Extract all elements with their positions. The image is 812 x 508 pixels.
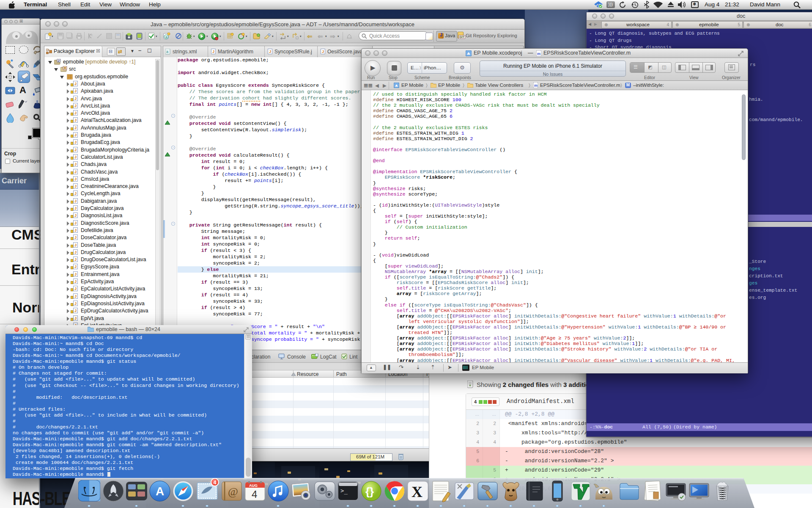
svg-text:c: c xyxy=(91,33,93,37)
svg-text:AUG: AUG xyxy=(249,483,258,488)
svg-text:{}: {} xyxy=(365,485,374,498)
svg-text:a: a xyxy=(165,35,167,39)
svg-text:m: m xyxy=(534,83,538,88)
svg-text:A: A xyxy=(156,485,164,498)
svg-text:a: a xyxy=(166,50,168,54)
svg-text:@: @ xyxy=(228,486,238,498)
svg-text:J: J xyxy=(58,59,60,62)
svg-text:m: m xyxy=(537,52,540,56)
svg-text:>_: >_ xyxy=(340,487,348,494)
svg-text:X: X xyxy=(411,483,422,500)
svg-text:4: 4 xyxy=(252,489,257,500)
